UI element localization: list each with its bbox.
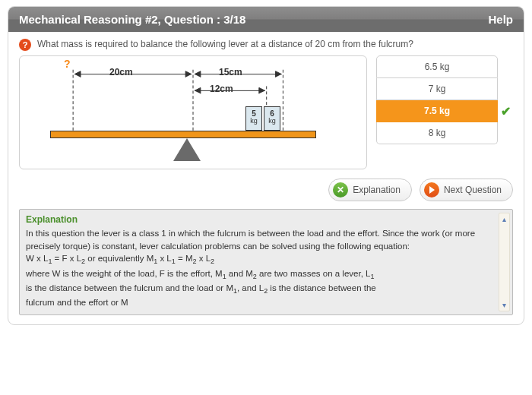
question-icon: ? <box>19 39 31 51</box>
answer-option[interactable]: 7 kg <box>376 78 498 100</box>
explanation-button[interactable]: ✕ Explanation <box>328 179 412 201</box>
question-text: What mass is required to balance the fol… <box>37 38 413 50</box>
unknown-mass-marker: ? <box>64 58 71 70</box>
explanation-panel: Explanation In this question the lever i… <box>19 209 513 315</box>
next-button-label: Next Question <box>444 185 502 195</box>
distance-left-label: 20cm <box>109 67 133 77</box>
explanation-heading: Explanation <box>26 214 506 225</box>
mass-block-5kg: 5kg <box>245 106 262 131</box>
distance-right-inner-label: 12cm <box>210 84 233 94</box>
mass-block-6kg: 6kg <box>264 106 280 131</box>
answer-option[interactable]: 8 kg <box>376 122 498 144</box>
next-question-button[interactable]: Next Question <box>420 179 513 201</box>
page-title: Mechanical Reasoning #2, Question : 3/18 <box>19 13 245 26</box>
play-icon <box>424 182 439 198</box>
check-icon: ✔ <box>498 100 513 122</box>
answer-option[interactable]: 6.5 kg <box>376 55 498 78</box>
scroll-up-icon[interactable]: ▴ <box>499 213 509 225</box>
scrollbar[interactable]: ▴ ▾ <box>499 213 510 311</box>
lever-diagram: ? 20cm 15cm 12cm 5kg 6kg <box>19 55 367 169</box>
header: Mechanical Reasoning #2, Question : 3/18… <box>8 7 524 32</box>
x-icon: ✕ <box>333 182 348 198</box>
explanation-body: In this question the lever is a class 1 … <box>26 227 506 309</box>
distance-right-outer-label: 15cm <box>219 67 242 77</box>
scroll-down-icon[interactable]: ▾ <box>499 299 509 311</box>
fulcrum <box>173 138 201 161</box>
question: ? What mass is required to balance the f… <box>19 38 513 51</box>
help-link[interactable]: Help <box>488 13 513 26</box>
explanation-button-label: Explanation <box>353 185 401 195</box>
answer-list: 6.5 kg 7 kg 7.5 kg ✔ 8 kg <box>376 55 513 169</box>
lever-bar <box>50 131 316 138</box>
answer-option-selected[interactable]: 7.5 kg <box>376 100 498 122</box>
